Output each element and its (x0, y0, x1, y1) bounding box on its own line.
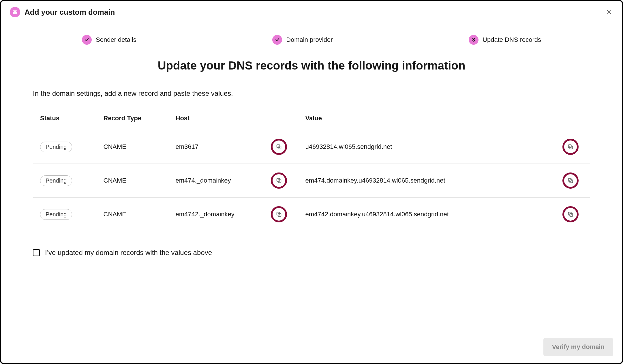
copy-icon (567, 144, 574, 150)
page-title: Update your DNS records with the followi… (33, 59, 590, 72)
step-label: Domain provider (286, 36, 333, 44)
record-host: em474._domainkey (169, 164, 264, 198)
copy-value-button[interactable] (562, 139, 579, 155)
copy-icon (276, 144, 282, 150)
col-header-status: Status (33, 106, 97, 130)
modal-header: Add your custom domain (1, 1, 622, 23)
step-connector (145, 40, 264, 40)
record-value: u46932814.wl065.sendgrid.net (299, 130, 556, 164)
step-done-icon (82, 35, 92, 45)
step-domain-provider: Domain provider (272, 35, 333, 45)
status-badge: Pending (40, 142, 72, 152)
close-button[interactable] (605, 8, 613, 16)
copy-value-button[interactable] (562, 206, 579, 222)
main-content: Update your DNS records with the followi… (1, 50, 622, 331)
modal-footer: Verify my domain (1, 331, 622, 363)
header-left: Add your custom domain (10, 7, 115, 17)
record-host: em4742._domainkey (169, 198, 264, 231)
copy-icon (567, 211, 574, 217)
modal-title: Add your custom domain (25, 8, 115, 17)
step-update-dns: 3 Update DNS records (469, 35, 541, 45)
record-value: em474.domainkey.u46932814.wl065.sendgrid… (299, 164, 556, 198)
record-type: CNAME (97, 164, 169, 198)
status-badge: Pending (40, 175, 72, 186)
table-row: PendingCNAMEem4742._domainkeyem4742.doma… (33, 198, 590, 231)
step-sender-details: Sender details (82, 35, 136, 45)
copy-host-button[interactable] (271, 206, 287, 222)
copy-icon (276, 211, 282, 217)
copy-value-button[interactable] (562, 172, 579, 189)
col-header-type: Record Type (97, 106, 169, 130)
confirm-row: I’ve updated my domain records with the … (33, 249, 590, 257)
close-icon (606, 9, 612, 15)
app-logo-icon (10, 7, 20, 17)
step-label: Update DNS records (483, 36, 541, 44)
copy-icon (276, 177, 282, 184)
step-done-icon (272, 35, 282, 45)
record-type: CNAME (97, 198, 169, 231)
record-host: em3617 (169, 130, 264, 164)
step-number-icon: 3 (469, 35, 478, 45)
instruction-text: In the domain settings, add a new record… (33, 89, 590, 97)
step-connector (341, 40, 460, 40)
table-header-row: Status Record Type Host Value (33, 106, 590, 130)
table-row: PendingCNAMEem3617u46932814.wl065.sendgr… (33, 130, 590, 164)
record-type: CNAME (97, 130, 169, 164)
record-value: em4742.domainkey.u46932814.wl065.sendgri… (299, 198, 556, 231)
table-row: PendingCNAMEem474._domainkeyem474.domain… (33, 164, 590, 198)
stepper: Sender details Domain provider 3 Update … (1, 23, 622, 50)
copy-host-button[interactable] (271, 139, 287, 155)
confirm-label: I’ve updated my domain records with the … (45, 249, 212, 257)
col-header-value: Value (299, 106, 556, 130)
copy-host-button[interactable] (271, 172, 287, 189)
dns-records-table: Status Record Type Host Value PendingCNA… (33, 106, 590, 231)
step-label: Sender details (96, 36, 136, 44)
confirm-checkbox[interactable] (33, 249, 40, 256)
status-badge: Pending (40, 209, 72, 220)
copy-icon (567, 177, 574, 184)
col-header-host: Host (169, 106, 264, 130)
verify-domain-button[interactable]: Verify my domain (543, 338, 613, 356)
